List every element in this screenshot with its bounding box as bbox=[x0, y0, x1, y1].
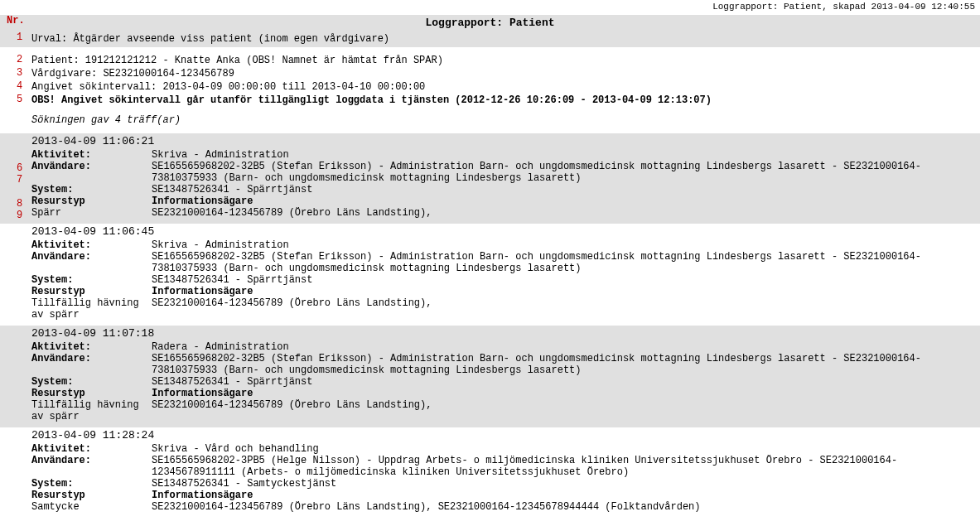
field-value: SE2321000164-123456789 (Örebro Läns Land… bbox=[152, 399, 975, 411]
field-value: SE165565968202-32B5 (Stefan Eriksson) - … bbox=[152, 161, 975, 184]
field-label: Aktivitet: bbox=[31, 341, 152, 353]
field-value: SE13487526341 - Spärrtjänst bbox=[152, 184, 975, 195]
activity-row: Aktivitet:Skriva - Administration bbox=[31, 149, 975, 161]
field-value: Informationsägare bbox=[152, 286, 975, 297]
field-value: Skriva - Administration bbox=[152, 149, 975, 161]
resourcetype-header-row: ResurstypInformationsägare bbox=[31, 490, 975, 501]
resourcetype-header-row: ResurstypInformationsägare bbox=[31, 195, 975, 207]
activity-row: Aktivitet:Radera - Administration bbox=[31, 341, 975, 353]
field-value: Skriva - Vård och behandling bbox=[152, 443, 975, 455]
field-label: Aktivitet: bbox=[31, 239, 152, 251]
field-value: SE165565968202-3PB5 (Helge Nilsson) - Up… bbox=[152, 455, 975, 478]
field-value: Skriva - Administration bbox=[152, 239, 975, 251]
line-number-9: 9 bbox=[17, 210, 22, 221]
system-row: System:SE13487526341 - Spärrtjänst bbox=[31, 376, 975, 388]
log-entry: 2013-04-09 11:06:21Aktivitet:Skriva - Ad… bbox=[0, 133, 980, 224]
report-title: Loggrapport: Patient bbox=[0, 15, 980, 31]
field-value: SE2321000164-123456789 (Örebro Läns Land… bbox=[152, 207, 975, 219]
user-row: Användare:SE165565968202-32B5 (Stefan Er… bbox=[31, 353, 975, 376]
activity-row: Aktivitet:Skriva - Administration bbox=[31, 239, 975, 251]
system-row: System:SE13487526341 - Spärrtjänst bbox=[31, 274, 975, 286]
system-row: System:SE13487526341 - Samtyckestjänst bbox=[31, 478, 975, 490]
entry-timestamp: 2013-04-09 11:06:45 bbox=[31, 225, 975, 238]
field-label: Resurstyp bbox=[31, 286, 152, 297]
selection-line: Urval: Åtgärder avseende viss patient (i… bbox=[0, 31, 980, 47]
field-value: Informationsägare bbox=[152, 195, 975, 207]
nr-column-header: Nr. bbox=[7, 15, 25, 27]
header-timestamp: Loggrapport: Patient, skapad 2013-04-09 … bbox=[712, 2, 975, 12]
field-value: Informationsägare bbox=[152, 490, 975, 501]
field-label: Tillfällig hävning av spärr bbox=[31, 297, 152, 321]
field-label: Aktivitet: bbox=[31, 149, 152, 161]
field-value: SE165565968202-32B5 (Stefan Eriksson) - … bbox=[152, 353, 975, 376]
user-row: Användare:SE165565968202-32B5 (Stefan Er… bbox=[31, 161, 975, 184]
log-entry: 2013-04-09 11:07:18Aktivitet:Radera - Ad… bbox=[0, 326, 980, 427]
field-value: Radera - Administration bbox=[152, 341, 975, 353]
field-label: Resurstyp bbox=[31, 490, 152, 501]
field-label: Användare: bbox=[31, 455, 152, 466]
field-value: SE13487526341 - Spärrtjänst bbox=[152, 376, 975, 388]
field-value: SE165565968202-32B5 (Stefan Eriksson) - … bbox=[152, 251, 975, 274]
field-label: Resurstyp bbox=[31, 195, 152, 207]
field-value: SE13487526341 - Spärrtjänst bbox=[152, 274, 975, 286]
log-entry: 2013-04-09 11:28:24Aktivitet:Skriva - Vå… bbox=[0, 427, 980, 518]
field-value: SE13487526341 - Samtyckestjänst bbox=[152, 478, 975, 490]
page: Loggrapport: Patient, skapad 2013-04-09 … bbox=[0, 0, 980, 526]
field-label: Resurstyp bbox=[31, 388, 152, 399]
field-value: Informationsägare bbox=[152, 388, 975, 399]
entry-timestamp: 2013-04-09 11:07:18 bbox=[31, 327, 975, 340]
resourcetype-header-row: ResurstypInformationsägare bbox=[31, 388, 975, 399]
entry-timestamp: 2013-04-09 11:28:24 bbox=[31, 429, 975, 442]
line-number-8: 8 bbox=[17, 198, 22, 210]
field-label: System: bbox=[31, 274, 152, 286]
field-label: Användare: bbox=[31, 353, 152, 364]
entries-list: 2013-04-09 11:06:21Aktivitet:Skriva - Ad… bbox=[0, 133, 980, 518]
content: Loggrapport: Patient Urval: Åtgärder avs… bbox=[0, 0, 980, 518]
line-number-3: 3 bbox=[17, 67, 22, 79]
user-row: Användare:SE165565968202-32B5 (Stefan Er… bbox=[31, 251, 975, 274]
field-label: System: bbox=[31, 184, 152, 195]
line-number-2: 2 bbox=[17, 54, 22, 65]
resourcetype-header-row: ResurstypInformationsägare bbox=[31, 286, 975, 297]
resource-row: Tillfällig hävning av spärrSE2321000164-… bbox=[31, 399, 975, 422]
line-number-1: 1 bbox=[17, 31, 22, 43]
field-label: Samtycke bbox=[31, 501, 152, 513]
field-label: Användare: bbox=[31, 161, 152, 172]
field-label: Aktivitet: bbox=[31, 443, 152, 455]
field-label: Användare: bbox=[31, 251, 152, 263]
entry-timestamp: 2013-04-09 11:06:21 bbox=[31, 135, 975, 147]
resource-row: SamtyckeSE2321000164-123456789 (Örebro L… bbox=[31, 501, 975, 513]
resource-row: SpärrSE2321000164-123456789 (Örebro Läns… bbox=[31, 207, 975, 219]
line-number-5: 5 bbox=[17, 94, 22, 105]
field-value: SE2321000164-123456789 (Örebro Läns Land… bbox=[152, 501, 975, 513]
patient-line: Patient: 191212121212 - Knatte Anka (OBS… bbox=[31, 54, 975, 67]
log-entry: 2013-04-09 11:06:45Aktivitet:Skriva - Ad… bbox=[0, 224, 980, 326]
caregiver-line: Vårdgivare: SE2321000164-123456789 bbox=[31, 67, 975, 80]
field-label: System: bbox=[31, 376, 152, 388]
line-number-7: 7 bbox=[17, 174, 22, 186]
obs-warning-line: OBS! Angivet sökintervall går utanför ti… bbox=[31, 94, 975, 107]
interval-line: Angivet sökintervall: 2013-04-09 00:00:0… bbox=[31, 80, 975, 94]
field-label: Spärr bbox=[31, 207, 152, 219]
line-number-4: 4 bbox=[17, 80, 22, 92]
system-row: System:SE13487526341 - Spärrtjänst bbox=[31, 184, 975, 195]
resource-row: Tillfällig hävning av spärrSE2321000164-… bbox=[31, 297, 975, 321]
field-value: SE2321000164-123456789 (Örebro Läns Land… bbox=[152, 297, 975, 309]
field-label: Tillfällig hävning av spärr bbox=[31, 399, 152, 422]
activity-row: Aktivitet:Skriva - Vård och behandling bbox=[31, 443, 975, 455]
user-row: Användare:SE165565968202-3PB5 (Helge Nil… bbox=[31, 455, 975, 478]
line-number-6: 6 bbox=[17, 162, 22, 174]
field-label: System: bbox=[31, 478, 152, 490]
hit-count-line: Sökningen gav 4 träff(ar) bbox=[31, 113, 975, 127]
